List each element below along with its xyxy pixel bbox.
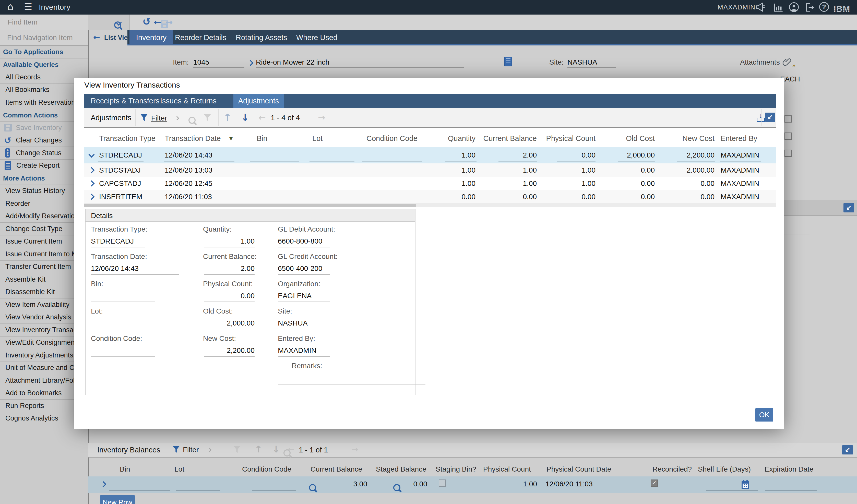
cell-transaction-type[interactable]: CAPCSTADJ bbox=[99, 180, 141, 187]
ok-button[interactable]: OK bbox=[755, 408, 773, 422]
long-description-icon[interactable] bbox=[504, 57, 512, 66]
help-icon[interactable]: ? bbox=[819, 2, 829, 12]
cell-old-cost[interactable]: 2,000.00 bbox=[603, 152, 655, 159]
cell-transaction-date[interactable]: 12/06/20 12:45 bbox=[165, 180, 213, 187]
bin-field[interactable] bbox=[109, 490, 170, 491]
next-row-icon[interactable] bbox=[241, 113, 249, 122]
balances-col-bin[interactable]: Bin bbox=[120, 466, 130, 473]
col-current-balance[interactable]: Current Balance bbox=[483, 130, 537, 147]
expand-chevron-icon[interactable] bbox=[88, 167, 95, 173]
cell-new-cost[interactable]: 0.00 bbox=[662, 193, 715, 200]
background-checkbox-1[interactable] bbox=[785, 115, 792, 122]
sort-descending-icon[interactable] bbox=[229, 130, 233, 147]
download-icon[interactable] bbox=[756, 113, 765, 122]
cell-new-cost[interactable]: 0.00 bbox=[662, 180, 715, 187]
cell-current-balance[interactable]: 2.00 bbox=[483, 152, 537, 159]
item-value-field[interactable]: 1045 bbox=[193, 59, 245, 68]
attachments-label[interactable]: Attachments bbox=[740, 59, 780, 66]
balances-col-condition-code[interactable]: Condition Code bbox=[242, 466, 291, 473]
cell-current-balance[interactable]: 1.00 bbox=[483, 167, 537, 174]
expand-chevron-icon[interactable] bbox=[88, 180, 95, 186]
transaction-row[interactable]: STDRECADJ 12/06/20 14:43 1.00 2.00 0.00 … bbox=[84, 147, 776, 163]
home-icon[interactable] bbox=[7, 2, 14, 12]
expand-chevron-icon[interactable] bbox=[88, 194, 95, 200]
paperclip-icon[interactable]: » bbox=[782, 57, 792, 68]
cell-quantity[interactable]: 1.00 bbox=[437, 180, 475, 187]
logout-icon[interactable] bbox=[804, 2, 814, 14]
tab-where-used[interactable]: Where Used bbox=[296, 34, 337, 41]
cell-transaction-date[interactable]: 12/06/20 13:03 bbox=[165, 167, 213, 174]
col-transaction-type[interactable]: Transaction Type bbox=[99, 130, 155, 147]
cell-current-balance[interactable]: 1.00 bbox=[483, 180, 537, 187]
cell-physical-count[interactable]: 1.00 bbox=[544, 167, 595, 174]
cell-quantity[interactable]: 1.00 bbox=[437, 152, 475, 159]
balances-col-shelf-life[interactable]: Shelf Life (Days) bbox=[698, 466, 751, 473]
col-bin[interactable]: Bin bbox=[257, 130, 267, 147]
cell-new-cost[interactable]: 2.000.00 bbox=[662, 167, 715, 174]
tab-rotating-assets[interactable]: Rotating Assets bbox=[236, 34, 287, 41]
announcement-icon[interactable] bbox=[755, 2, 766, 14]
menu-icon[interactable] bbox=[24, 2, 32, 11]
filter-icon[interactable] bbox=[140, 114, 148, 122]
current-balance-value[interactable]: 3.00 bbox=[319, 481, 367, 490]
transaction-row[interactable]: CAPCSTADJ 12/06/20 12:45 1.00 1.00 1.00 … bbox=[84, 177, 776, 190]
balances-col-staged-balance[interactable]: Staged Balance bbox=[376, 466, 426, 473]
expiration-date-field[interactable] bbox=[765, 490, 817, 491]
cell-old-cost[interactable]: 0.00 bbox=[603, 193, 655, 200]
balances-col-current-balance[interactable]: Current Balance bbox=[310, 466, 362, 473]
staged-balance-value[interactable]: 0.00 bbox=[379, 481, 427, 490]
tab-issues-returns[interactable]: Issues & Returns bbox=[160, 94, 217, 108]
find-navigation-input[interactable]: Find Navigation Item bbox=[7, 34, 73, 41]
tab-inventory[interactable]: Inventory bbox=[130, 30, 173, 46]
lot-field[interactable] bbox=[176, 490, 220, 491]
col-condition-code[interactable]: Condition Code bbox=[367, 130, 418, 147]
tab-adjustments[interactable]: Adjustments bbox=[233, 94, 284, 108]
cell-quantity[interactable]: 1.00 bbox=[437, 167, 475, 174]
cell-transaction-date[interactable]: 12/06/20 11:03 bbox=[165, 193, 212, 200]
undo-icon[interactable] bbox=[142, 17, 151, 27]
section-restore-icon[interactable] bbox=[843, 203, 854, 213]
staging-bin-checkbox[interactable] bbox=[439, 480, 446, 487]
balances-col-reconciled[interactable]: Reconciled? bbox=[653, 466, 692, 473]
col-entered-by[interactable]: Entered By bbox=[721, 130, 757, 147]
cell-entered-by[interactable]: MAXADMIN bbox=[721, 167, 759, 174]
lot-search-icon[interactable] bbox=[309, 484, 316, 491]
site-value-field[interactable]: NASHUA bbox=[567, 59, 616, 68]
col-lot[interactable]: Lot bbox=[312, 130, 322, 147]
cell-physical-count[interactable]: 0.00 bbox=[544, 193, 595, 200]
new-row-button[interactable]: New Row bbox=[100, 495, 135, 504]
filter-link[interactable]: Filter bbox=[151, 115, 167, 122]
remarks-field[interactable] bbox=[278, 375, 425, 385]
cell-current-balance[interactable]: 0.00 bbox=[483, 193, 537, 200]
list-view-back-icon[interactable] bbox=[93, 33, 100, 41]
col-new-cost[interactable]: New Cost bbox=[662, 130, 715, 147]
balances-col-physical-count[interactable]: Physical Count bbox=[483, 466, 531, 473]
background-checkbox-3[interactable] bbox=[785, 150, 792, 157]
col-quantity[interactable]: Quantity bbox=[437, 130, 475, 147]
filter-expand-chevron-icon[interactable] bbox=[175, 116, 179, 120]
user-name[interactable]: MAXADMIN bbox=[718, 4, 755, 11]
balances-col-staging-bin[interactable]: Staging Bin? bbox=[436, 466, 476, 473]
cell-entered-by[interactable]: MAXADMIN bbox=[721, 193, 759, 200]
col-old-cost[interactable]: Old Cost bbox=[603, 130, 655, 147]
shelf-life-field[interactable] bbox=[706, 490, 758, 491]
balances-col-expiration-date[interactable]: Expiration Date bbox=[764, 466, 813, 473]
cell-transaction-date[interactable]: 12/06/20 14:43 bbox=[165, 152, 213, 159]
physical-count-value[interactable]: 1.00 bbox=[487, 481, 537, 490]
cell-entered-by[interactable]: MAXADMIN bbox=[721, 152, 759, 159]
col-transaction-date[interactable]: Transaction Date bbox=[165, 130, 221, 147]
balances-restore-icon[interactable] bbox=[842, 445, 853, 454]
cell-quantity[interactable]: 0.00 bbox=[437, 193, 475, 200]
back-arrow-icon[interactable] bbox=[154, 18, 161, 27]
cell-old-cost[interactable]: 0.00 bbox=[603, 180, 655, 187]
cell-old-cost[interactable]: 0.00 bbox=[603, 167, 655, 174]
cell-transaction-type[interactable]: STDCSTADJ bbox=[99, 167, 141, 174]
find-item-input[interactable]: Find Item bbox=[8, 19, 37, 26]
cell-transaction-type[interactable]: STDRECADJ bbox=[99, 152, 142, 159]
transaction-row[interactable]: INSERTITEM 12/06/20 11:03 0.00 0.00 0.00… bbox=[84, 190, 776, 203]
uom-field[interactable]: EACH bbox=[780, 75, 835, 85]
collapse-chevron-icon[interactable] bbox=[88, 151, 95, 157]
reconciled-checkbox[interactable] bbox=[651, 480, 658, 487]
cell-physical-count[interactable]: 0.00 bbox=[544, 152, 595, 159]
transaction-row[interactable]: STDCSTADJ 12/06/20 13:03 1.00 1.00 1.00 … bbox=[84, 163, 776, 177]
